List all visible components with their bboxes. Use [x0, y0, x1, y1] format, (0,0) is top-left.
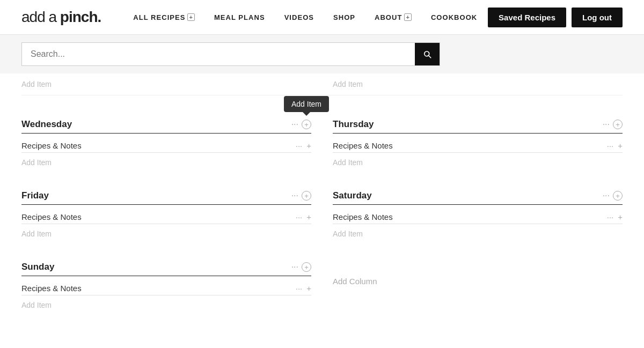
friday-more-icon[interactable]: ··· [291, 191, 298, 201]
saturday-recipes-add-icon[interactable]: + [618, 212, 623, 221]
nav-shop-label: SHOP [333, 13, 355, 21]
day-title-wednesday: Wednesday [21, 119, 72, 130]
friday-recipes-add-icon[interactable]: + [306, 212, 311, 221]
saturday-recipes-more-icon[interactable]: ··· [607, 212, 614, 221]
nav-about[interactable]: ABOUT + [375, 13, 412, 21]
thursday-add-circle-icon[interactable]: + [613, 120, 623, 129]
friday-recipes-actions: ··· + [296, 212, 311, 221]
nav-about-label: ABOUT [375, 13, 402, 21]
main-nav: add a pinch. ALL RECIPES + MEAL PLANS VI… [0, 0, 644, 35]
day-header-actions-saturday: ··· + [603, 191, 623, 201]
search-button[interactable] [415, 43, 440, 65]
search-input-wrap [21, 42, 440, 66]
saturday-more-icon[interactable]: ··· [603, 191, 610, 201]
ghost-top-row: Add Item Add Item [21, 73, 623, 95]
ghost-add-item-1[interactable]: Add Item [21, 80, 311, 88]
saved-recipes-button[interactable]: Saved Recipes [488, 8, 566, 27]
saturday-add-circle-icon[interactable]: + [613, 191, 623, 201]
day-header-wednesday: Wednesday ··· Add Item + [21, 119, 311, 134]
friday-add-circle-icon[interactable]: + [302, 191, 311, 201]
day-block-saturday: Saturday ··· + Recipes & Notes ··· + Add… [333, 177, 623, 249]
sunday-recipes-more-icon[interactable]: ··· [296, 284, 303, 293]
ghost-add-item-2[interactable]: Add Item [333, 80, 623, 88]
logout-button[interactable]: Log out [572, 8, 623, 27]
wednesday-more-icon[interactable]: ··· [291, 120, 298, 129]
thursday-recipes-add-icon[interactable]: + [618, 141, 623, 150]
main-content: Add Item Add Item Wednesday ··· Add Item… [0, 73, 644, 342]
day-block-sunday: Sunday ··· + Recipes & Notes ··· + Add I… [21, 249, 311, 320]
day-header-thursday: Thursday ··· + [333, 119, 623, 134]
site-logo: add a pinch. [21, 9, 101, 26]
wednesday-recipes-add-icon[interactable]: + [306, 141, 311, 150]
sunday-recipes-add-icon[interactable]: + [306, 284, 311, 293]
day-title-sunday: Sunday [21, 262, 54, 272]
thursday-recipes-label: Recipes & Notes [333, 141, 393, 150]
day-block-friday: Friday ··· + Recipes & Notes ··· + Add I… [21, 177, 311, 249]
day-grid-row2: Friday ··· + Recipes & Notes ··· + Add I… [21, 177, 623, 249]
search-icon [422, 49, 432, 59]
day-block-wednesday: Wednesday ··· Add Item + Recipes & Notes… [21, 106, 311, 177]
nav-about-icon: + [404, 13, 411, 21]
saturday-recipes-row: Recipes & Notes ··· + [333, 205, 623, 224]
nav-all-recipes-label: ALL RECIPES [133, 13, 185, 21]
saturday-add-item[interactable]: Add Item [333, 224, 623, 242]
sunday-add-circle-icon[interactable]: + [302, 262, 311, 272]
saturday-recipes-actions: ··· + [607, 212, 623, 221]
wednesday-recipes-more-icon[interactable]: ··· [296, 141, 303, 150]
nav-all-recipes[interactable]: ALL RECIPES + [133, 13, 195, 21]
day-header-actions-thursday: ··· + [603, 120, 623, 129]
nav-meal-plans-label: MEAL PLANS [214, 13, 265, 21]
day-title-thursday: Thursday [333, 119, 374, 130]
nav-meal-plans[interactable]: MEAL PLANS [214, 13, 265, 21]
thursday-recipes-more-icon[interactable]: ··· [607, 141, 614, 150]
friday-add-item[interactable]: Add Item [21, 224, 311, 242]
nav-cookbook[interactable]: COOKBOOK [431, 13, 477, 21]
day-header-sunday: Sunday ··· + [21, 262, 311, 276]
thursday-recipes-actions: ··· + [607, 141, 623, 150]
day-header-friday: Friday ··· + [21, 190, 311, 205]
friday-recipes-more-icon[interactable]: ··· [296, 212, 303, 221]
friday-recipes-row: Recipes & Notes ··· + [21, 205, 311, 224]
bottom-row: Sunday ··· + Recipes & Notes ··· + Add I… [21, 249, 623, 320]
saturday-recipes-label: Recipes & Notes [333, 212, 393, 221]
sunday-more-icon[interactable]: ··· [291, 262, 298, 272]
wednesday-recipes-label: Recipes & Notes [21, 141, 82, 150]
nav-cookbook-label: COOKBOOK [431, 13, 477, 21]
nav-actions: Saved Recipes Log out [488, 8, 623, 27]
wednesday-add-circle-icon[interactable]: + [302, 120, 311, 129]
wednesday-recipes-row: Recipes & Notes ··· + [21, 134, 311, 153]
search-bar [0, 35, 644, 73]
sunday-recipes-label: Recipes & Notes [21, 284, 82, 293]
nav-shop[interactable]: SHOP [333, 13, 355, 21]
friday-recipes-label: Recipes & Notes [21, 212, 82, 221]
wednesday-add-item[interactable]: Add Item [21, 153, 311, 171]
day-title-friday: Friday [21, 190, 49, 201]
add-column-button[interactable]: Add Column [333, 262, 377, 286]
day-header-actions-wednesday: ··· Add Item + [291, 120, 311, 130]
add-column-section: Add Column [333, 249, 623, 320]
nav-links: ALL RECIPES + MEAL PLANS VIDEOS SHOP ABO… [133, 13, 488, 21]
day-header-actions-friday: ··· + [291, 191, 311, 201]
sunday-recipes-row: Recipes & Notes ··· + [21, 276, 311, 295]
thursday-recipes-row: Recipes & Notes ··· + [333, 134, 623, 153]
add-item-tooltip: Add Item [284, 96, 329, 112]
day-header-saturday: Saturday ··· + [333, 190, 623, 205]
nav-all-recipes-icon: + [187, 13, 194, 21]
sunday-add-item[interactable]: Add Item [21, 295, 311, 314]
nav-videos[interactable]: VIDEOS [284, 13, 314, 21]
thursday-add-item[interactable]: Add Item [333, 153, 623, 171]
day-title-saturday: Saturday [333, 190, 372, 201]
day-block-thursday: Thursday ··· + Recipes & Notes ··· + Add… [333, 106, 623, 177]
day-grid-row1: Wednesday ··· Add Item + Recipes & Notes… [21, 106, 623, 177]
thursday-more-icon[interactable]: ··· [603, 120, 610, 129]
sunday-recipes-actions: ··· + [296, 284, 311, 293]
nav-videos-label: VIDEOS [284, 13, 314, 21]
tooltip-wrap-wednesday: Add Item + [302, 120, 311, 130]
wednesday-recipes-actions: ··· + [296, 141, 311, 150]
search-input[interactable] [22, 43, 415, 65]
day-header-actions-sunday: ··· + [291, 262, 311, 272]
